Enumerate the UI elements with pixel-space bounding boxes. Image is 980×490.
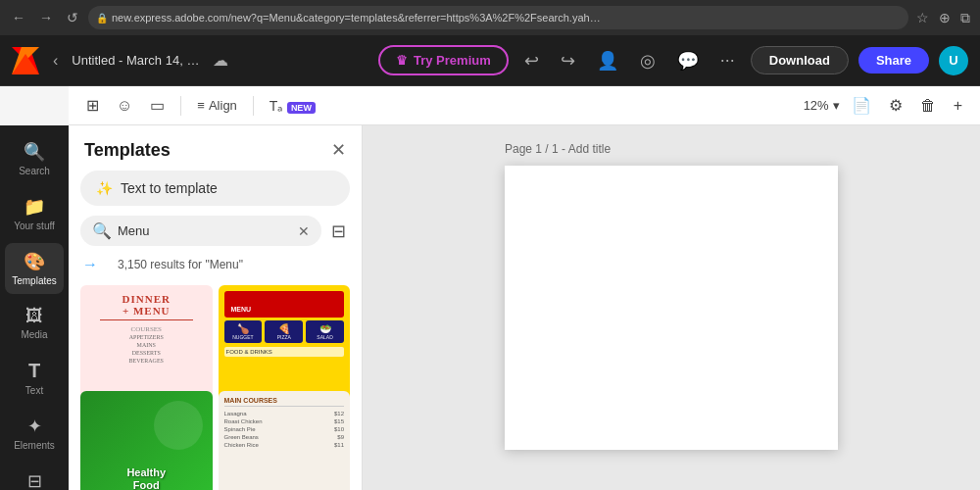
more-btn[interactable]: ···: [714, 46, 741, 74]
sidebar-item-your-stuff[interactable]: 📁 Your stuff: [5, 188, 64, 239]
browser-refresh-btn[interactable]: ↺: [63, 8, 82, 27]
search-clear-btn[interactable]: ✕: [298, 223, 310, 239]
panel-close-btn[interactable]: ✕: [331, 139, 346, 161]
dinner-section-2: MAINS: [88, 342, 205, 348]
profile-btn[interactable]: 👤: [591, 46, 624, 75]
location-btn[interactable]: ◎: [634, 46, 662, 75]
your-stuff-icon: 📁: [24, 196, 45, 218]
editor-toolbar: ⊞ ☺ ▭ ≡ Align Tₐ NEW 12% ▾ 📄 ⚙ 🗑 +: [69, 86, 980, 125]
sidebar-label-media: Media: [21, 329, 47, 340]
dinner-section-1: APPETIZERS: [88, 334, 205, 340]
dinner-subtitle: COURSES: [130, 325, 162, 333]
media-icon: 🖼: [25, 306, 43, 326]
fastfood-item-salad: 🥗 SALAD: [306, 320, 344, 343]
fastfood-item-nugget: 🍗 NUGGET: [224, 320, 263, 343]
avatar-text: U: [949, 53, 957, 68]
canvas-page[interactable]: [505, 166, 838, 450]
canvas-area: Page 1 / 1 - Add title: [363, 125, 980, 490]
zoom-dropdown-icon: ▾: [833, 98, 840, 113]
search-icon: 🔍: [24, 141, 45, 163]
fastfood-subtitle: MENU: [228, 305, 341, 314]
sidebar-label-search: Search: [19, 166, 50, 176]
trash-btn[interactable]: 🗑: [914, 93, 942, 119]
filter-btn[interactable]: ⊟: [327, 217, 350, 246]
adobe-logo-icon: [12, 47, 39, 74]
lock-icon: 🔒: [96, 13, 108, 24]
text-to-template-button[interactable]: ✨ Text to template: [80, 171, 350, 206]
sidebar-item-media[interactable]: 🖼 Media: [5, 298, 64, 348]
align-label: Align: [209, 98, 237, 113]
header-back-btn[interactable]: ‹: [49, 48, 62, 74]
grids-icon: ⊟: [27, 470, 42, 490]
cloud-save-btn[interactable]: ☁: [213, 51, 228, 70]
browser-forward-btn[interactable]: →: [35, 8, 57, 27]
try-premium-label: Try Premium: [414, 53, 491, 68]
pages-btn[interactable]: 📄: [846, 92, 877, 119]
add-btn[interactable]: +: [948, 93, 968, 119]
templates-panel: Templates ✕ ✨ Text to template 🔍 ✕ ⊟ → 3…: [69, 125, 363, 490]
emoji-tool-btn[interactable]: ☺: [111, 93, 138, 119]
zoom-level: 12%: [804, 98, 829, 113]
browser-profile-btn[interactable]: ⊕: [937, 8, 953, 27]
dinner-section-4: BEVERAGES: [88, 358, 205, 364]
chat-btn[interactable]: 💬: [671, 46, 705, 75]
text-transform-btn[interactable]: Tₐ NEW: [264, 93, 321, 119]
canvas-wrapper: Page 1 / 1 - Add title: [505, 166, 838, 450]
download-button[interactable]: Download: [751, 46, 849, 74]
zoom-control[interactable]: 12% ▾: [804, 98, 840, 113]
sidebar-item-text[interactable]: T Text: [5, 352, 64, 404]
redo-btn[interactable]: ↪: [555, 46, 581, 75]
text-to-template-label: Text to template: [121, 180, 218, 196]
sidebar-item-elements[interactable]: ✦ Elements: [5, 408, 64, 459]
template-card-main-courses[interactable]: Main Courses Lasagna$12 Roast Chicken$15…: [219, 391, 351, 491]
fastfood-description: FOOD & DRINKS: [224, 347, 345, 357]
toolbar-separator: [180, 96, 181, 116]
panel-title: Templates: [84, 140, 171, 161]
mc-item-4: Green Beans$9: [224, 434, 345, 440]
dinner-section-3: DESSERTS: [88, 350, 205, 356]
panel-header: Templates ✕: [69, 125, 362, 171]
mc-item-1: Lasagna$12: [224, 411, 345, 416]
search-magnifier-icon: 🔍: [92, 221, 112, 240]
template-card-healthy[interactable]: HealthyFoodMENU: [80, 391, 213, 491]
left-sidebar: 🔍 Search 📁 Your stuff 🎨 Templates 🖼 Medi…: [0, 125, 69, 490]
fastfood-items: 🍗 NUGGET 🍕 PIZZA 🥗 SALAD: [224, 320, 345, 343]
try-premium-button[interactable]: ♛ Try Premium: [378, 45, 509, 75]
sidebar-label-your-stuff: Your stuff: [14, 220, 55, 231]
share-button[interactable]: Share: [858, 47, 929, 74]
browser-url-bar[interactable]: 🔒 new.express.adobe.com/new?q=Menu&categ…: [88, 6, 908, 29]
shape-tool-btn[interactable]: ▭: [144, 92, 171, 119]
browser-chrome: ← → ↺ 🔒 new.express.adobe.com/new?q=Menu…: [0, 0, 980, 35]
align-btn[interactable]: ≡ Align: [191, 94, 243, 117]
templates-icon: 🎨: [24, 251, 45, 272]
mc-header: Main Courses: [224, 397, 345, 407]
avatar[interactable]: U: [939, 46, 968, 75]
sidebar-item-templates[interactable]: 🎨 Templates: [5, 243, 64, 294]
text-icon: Tₐ: [270, 98, 283, 114]
elements-icon: ✦: [27, 416, 42, 437]
search-box[interactable]: 🔍 ✕: [80, 216, 321, 246]
align-icon: ≡: [197, 98, 205, 113]
sidebar-item-grids[interactable]: ⊟ Grids: [5, 463, 64, 490]
crown-icon: ♛: [396, 53, 408, 68]
search-input[interactable]: [118, 223, 292, 238]
fastfood-title: FAST FOOD: [228, 295, 341, 305]
browser-extensions-btn[interactable]: ⧉: [958, 8, 972, 28]
dinner-menu-title: DINNER+ MENU: [122, 293, 171, 317]
undo-btn[interactable]: ↩: [518, 46, 545, 75]
results-count-row: → 3,150 results for "Menu": [69, 256, 362, 281]
grid-tool-btn[interactable]: ⊞: [80, 92, 105, 119]
browser-url-text: new.express.adobe.com/new?q=Menu&categor…: [112, 12, 602, 24]
page-label: Page 1 / 1 - Add title: [505, 142, 611, 156]
templates-grid: DINNER+ MENU COURSES APPETIZERS MAINS DE…: [69, 281, 362, 490]
mc-item-3: Spinach Pie$10: [224, 426, 345, 432]
browser-bookmark-btn[interactable]: ☆: [914, 8, 931, 27]
sidebar-item-search[interactable]: 🔍 Search: [5, 133, 64, 184]
text-to-template-icon: ✨: [96, 180, 113, 196]
sidebar-label-text: Text: [25, 385, 43, 396]
new-badge: NEW: [287, 102, 316, 114]
browser-back-btn[interactable]: ←: [8, 8, 29, 27]
healthy-circle-decoration: [154, 401, 203, 450]
search-row: 🔍 ✕ ⊟: [80, 216, 350, 246]
settings-btn[interactable]: ⚙: [883, 92, 908, 119]
